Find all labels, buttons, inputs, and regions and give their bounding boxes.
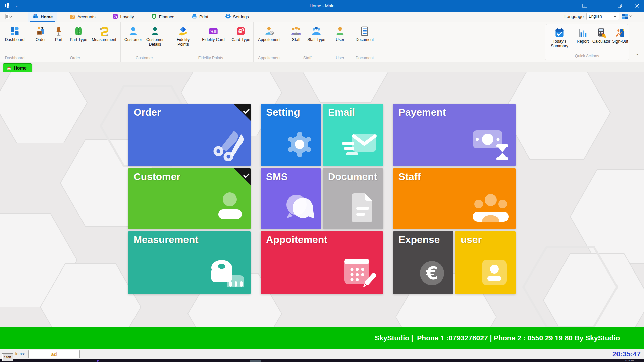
ribbon-group-document: Document Document (351, 22, 378, 62)
tab-loyalty[interactable]: % Loyalty (108, 12, 139, 22)
vest-icon (73, 26, 84, 36)
tab-home-label: Home (41, 14, 53, 19)
tile-appoitement[interactable]: Appoitement (261, 231, 383, 294)
ribbon-item-appoitement[interactable]: Appoitement (256, 24, 283, 43)
dollar-icon: $ (151, 13, 157, 20)
person-teal-icon (150, 26, 160, 36)
ribbon-item-customer-details[interactable]: Customer Details (144, 24, 166, 48)
taskbar-app-button[interactable] (250, 360, 261, 362)
group-caption-fidelity-points: Fidelity Points (170, 55, 251, 62)
ribbon-display-options-button[interactable] (580, 2, 589, 10)
collapse-ribbon-chevron-icon[interactable]: ⌃ (635, 53, 639, 58)
ribbon-group-customer: Customer Customer Details Customer (121, 22, 168, 62)
tile-order[interactable]: Order (128, 104, 251, 166)
tile-email[interactable]: Email (323, 104, 383, 166)
ribbon-item-fidelity-card[interactable]: % Fidelity Card (201, 24, 226, 43)
people-blue-icon (311, 26, 321, 36)
tab-home[interactable]: Home (28, 12, 57, 22)
start-button[interactable]: Start (2, 353, 13, 361)
svg-text:%: % (210, 29, 214, 34)
calculator-icon (596, 28, 606, 38)
tab-print-label: Print (199, 14, 208, 19)
close-button[interactable] (633, 2, 641, 10)
file-icon (345, 191, 378, 226)
bar-chart-icon (578, 28, 588, 38)
tile-sms[interactable]: SMS (261, 168, 321, 229)
tab-accounts[interactable]: Accounts (65, 12, 100, 22)
ribbon-item-dashboard[interactable]: Dashboard (2, 24, 28, 43)
svg-text:6: 6 (238, 28, 241, 35)
windows-taskbar-strip[interactable]: 4:35 PM (0, 359, 644, 362)
ribbon-item-user[interactable]: User (331, 24, 349, 43)
tile-staff[interactable]: Staff (393, 168, 516, 229)
tile-staff-title: Staff (398, 171, 421, 182)
tile-customer[interactable]: Customer (128, 168, 251, 229)
logged-in-user-field[interactable]: ad (28, 350, 80, 358)
ribbon-item-measurement[interactable]: Measurement (90, 24, 118, 43)
group-caption-customer: Customer (123, 55, 166, 62)
tile-setting[interactable]: Setting (261, 104, 321, 166)
theme-picker-button[interactable] (622, 13, 632, 19)
people-group-icon (471, 191, 511, 226)
ribbon-item-calculator[interactable]: Calculator (591, 26, 611, 45)
tile-payement[interactable]: Payement (393, 104, 516, 166)
ribbon-item-customer[interactable]: Customer (123, 24, 144, 43)
group-caption-appoitement: Appoitement (256, 55, 283, 62)
tile-user[interactable]: user (455, 231, 516, 294)
person-green-icon (335, 26, 345, 36)
mdi-tab-home-label: Home (14, 65, 27, 71)
printer-icon (191, 13, 197, 20)
minimize-button[interactable] (598, 2, 606, 10)
ribbon-item-report[interactable]: Report (574, 26, 591, 45)
language-select[interactable]: English (586, 13, 619, 20)
tile-sms-title: SMS (266, 171, 288, 182)
ribbon-item-staff[interactable]: Staff (287, 24, 305, 43)
tab-finance[interactable]: $ Finance (146, 12, 179, 22)
card-type-icon: 6 (236, 26, 246, 36)
ribbon-group-appoitement: Appoitement Appoitement (254, 22, 285, 62)
tab-print[interactable]: Print (186, 12, 213, 22)
ribbon-group-quick-actions: Today's Summary Report Calculator Sign-O… (545, 24, 629, 60)
calendar-check-icon (554, 28, 565, 38)
ribbon-item-fidelity-points[interactable]: Fidelity Points (170, 24, 196, 48)
mdi-tab-home[interactable]: Home (3, 63, 32, 72)
tile-document-title: Document (328, 171, 377, 182)
theme-grid-icon (622, 13, 628, 19)
logged-in-as-label: in as: (15, 352, 25, 356)
ribbon-item-part-type[interactable]: Part Type (68, 24, 89, 43)
tape-measure-icon (207, 256, 246, 291)
tab-settings[interactable]: Settings (220, 12, 254, 22)
person-blue-icon (128, 26, 138, 36)
ribbon-item-staff-type[interactable]: Staff Type (306, 24, 327, 43)
ribbon-item-part[interactable]: Part (50, 24, 67, 43)
ribbon-item-card-type[interactable]: 6 Card Type (230, 24, 251, 43)
taskbar-app-icon[interactable] (97, 360, 99, 362)
main-content: Order Setting Email Payement (0, 72, 644, 327)
tile-expense[interactable]: Expense € (393, 231, 453, 294)
hand-diamond-icon (178, 26, 188, 36)
tile-expense-title: Expense (398, 234, 440, 245)
scissors-icon (209, 124, 246, 163)
ribbon-item-sign-out[interactable]: Sign-Out (611, 26, 629, 45)
person-icon (206, 191, 246, 226)
percent-badge-icon: % (112, 13, 118, 20)
tile-setting-title: Setting (266, 107, 300, 118)
tile-customer-title: Customer (133, 171, 180, 182)
ribbon-item-todays-summary[interactable]: Today's Summary (545, 26, 574, 49)
ribbon-tab-row: Home Accounts % Loyalty $ Finance Print … (0, 12, 644, 22)
selected-check-icon (234, 104, 251, 122)
app-menu-button[interactable] (0, 12, 17, 22)
chat-bubbles-icon (281, 191, 316, 226)
tile-document[interactable]: Document (323, 168, 383, 229)
ribbon-item-order[interactable]: Order (32, 24, 49, 43)
banknote-hourglass-icon (472, 124, 511, 163)
svg-text:%: % (114, 15, 117, 18)
group-caption-staff: Staff (287, 55, 327, 62)
window-title: Home - Main (0, 3, 644, 8)
tile-payement-title: Payement (398, 107, 446, 118)
ribbon-item-document[interactable]: Document (353, 24, 376, 43)
mdi-tab-strip: Home (0, 62, 644, 72)
percent-card-icon: % (208, 26, 218, 36)
tile-measurement[interactable]: Measurement (128, 231, 251, 294)
restore-button[interactable] (615, 2, 624, 10)
